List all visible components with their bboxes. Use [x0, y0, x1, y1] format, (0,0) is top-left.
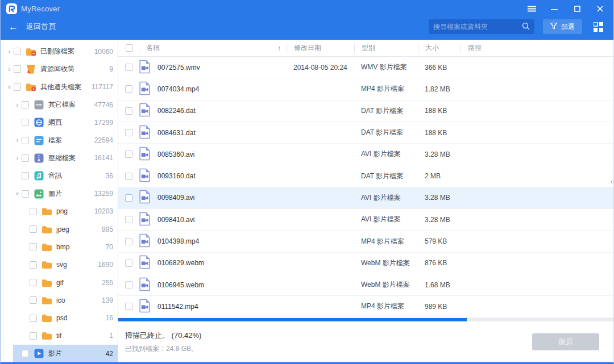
search-box[interactable] [429, 19, 534, 34]
chevron-right-icon[interactable]: › [5, 48, 14, 56]
status-bar: 掃描已終止。 (70.42%) 已找到檔案：24.8 GB。 復原 [118, 321, 613, 362]
filter-label: 篩選 [561, 22, 575, 32]
sidebar-item-其他遺失檔案[interactable]: ∨其他遺失檔案117117 [5, 78, 118, 96]
table-row[interactable]: 0072575.wmv2014-08-05 20:24WMV 影片檔案366 K… [118, 57, 613, 78]
maximize-icon[interactable] [572, 4, 582, 13]
video-file-icon [139, 233, 151, 249]
sidebar-item-bmp[interactable]: bmp70 [21, 238, 118, 256]
sidebar-item-其它檔案[interactable]: ›其它檔案47746 [13, 96, 118, 114]
row-checkbox[interactable] [125, 238, 132, 245]
checkbox[interactable] [14, 83, 21, 91]
sidebar-item-jpeg[interactable]: jpeg885 [21, 220, 118, 238]
column-header-date[interactable]: 修改日期 [287, 44, 354, 53]
row-checkbox[interactable] [125, 303, 132, 310]
row-checkbox[interactable] [125, 85, 132, 93]
row-checkbox[interactable] [125, 216, 132, 223]
filter-button[interactable]: 篩選 [543, 19, 582, 34]
sidebar-item-音訊[interactable]: 音訊36 [13, 167, 118, 185]
chevron-down-icon[interactable]: ∨ [5, 84, 14, 90]
table-row[interactable]: 0106829.webmWebM 影片檔案876 KB [118, 253, 613, 274]
checkbox[interactable] [30, 243, 37, 250]
sidebar-item-檔案[interactable]: ›檔案22594 [13, 131, 118, 149]
app-window: MyRecover ← 返回首頁 [0, 0, 614, 364]
sidebar-item-網頁[interactable]: 網頁17299 [13, 114, 118, 131]
sidebar-item-壓縮檔案[interactable]: ›壓縮檔案16141 [13, 149, 118, 167]
sidebar-item-圖片[interactable]: ∨圖片13259 [13, 185, 118, 202]
sort-asc-icon[interactable]: ↑ [277, 44, 281, 52]
table-row[interactable]: 0085360.aviAVI 影片檔案3.28 MB [118, 144, 613, 165]
row-checkbox[interactable] [125, 107, 132, 115]
view-grid-icon[interactable] [591, 19, 605, 34]
video-file-icon [139, 147, 151, 162]
sidebar-item-ico[interactable]: ico139 [21, 291, 118, 309]
titlebar: MyRecover [1, 0, 613, 17]
row-checkbox[interactable] [125, 194, 132, 202]
checkbox[interactable] [30, 261, 37, 269]
content: ›已刪除檔案10060›資源回收筒9∨其他遺失檔案117117›其它檔案4774… [1, 40, 613, 362]
column-header-size[interactable]: 大小 [418, 44, 460, 53]
row-checkbox[interactable] [125, 281, 132, 288]
chevron-down-icon[interactable]: ∨ [13, 191, 22, 196]
table-row[interactable]: 0098410.aviAVI 影片檔案3.28 MB [118, 209, 613, 231]
checkbox[interactable] [22, 350, 29, 357]
sidebar-item-已刪除檔案[interactable]: ›已刪除檔案10060 [5, 43, 118, 60]
search-input[interactable] [433, 23, 522, 31]
column-header-name[interactable]: 名稱 ↑ [139, 44, 287, 53]
sidebar-item-psd[interactable]: psd16 [21, 309, 118, 327]
recover-button[interactable]: 復原 [532, 333, 599, 350]
sidebar-item-tif[interactable]: tif1 [21, 327, 118, 345]
sidebar-item-資源回收筒[interactable]: ›資源回收筒9 [5, 60, 118, 78]
checkbox[interactable] [30, 279, 37, 286]
table-row[interactable]: 0093160.datDAT 影片檔案2 MB [118, 165, 613, 187]
checkbox[interactable] [30, 225, 37, 233]
checkbox[interactable] [22, 137, 29, 144]
sidebar-item-影片[interactable]: 影片42 [13, 345, 118, 362]
table-row[interactable]: 0106945.webmWebM 影片檔案1.68 MB [118, 274, 613, 296]
table-row[interactable]: 0098409.aviAVI 影片檔案3.28 MB [118, 187, 613, 209]
table-row[interactable]: 0082246.datDAT 影片檔案188 KB [118, 101, 613, 122]
sidebar-item-count: 47746 [94, 101, 113, 109]
table-row[interactable]: 0104398.mp4MP4 影片檔案579 KB [118, 231, 613, 252]
checkbox[interactable] [22, 119, 29, 126]
checkbox[interactable] [22, 101, 29, 108]
table-row[interactable]: 0084631.datDAT 影片檔案188 KB [118, 122, 613, 144]
checkbox[interactable] [14, 65, 21, 73]
column-header-path[interactable]: 路徑 [460, 44, 613, 53]
checkbox[interactable] [22, 154, 29, 162]
sidebar-item-svg[interactable]: svg1690 [21, 256, 118, 274]
sidebar-item-png[interactable]: png10203 [21, 203, 118, 220]
row-checkbox[interactable] [125, 150, 132, 158]
app-logo-icon [6, 3, 17, 14]
minimize-icon[interactable] [550, 4, 559, 13]
table-row[interactable]: 0111542.mp4MP4 影片檔案989 KB [118, 296, 613, 317]
chevron-right-icon[interactable]: › [5, 65, 14, 73]
file-name: 0085360.avi [157, 150, 194, 158]
column-header-type[interactable]: 型別 [354, 44, 418, 53]
chevron-right-icon[interactable]: › [13, 136, 22, 144]
search-icon[interactable] [522, 22, 530, 32]
collapse-panel-icon[interactable]: ‹ [611, 178, 613, 185]
checkbox[interactable] [30, 315, 37, 322]
recycle-bin-icon [26, 64, 36, 74]
checkbox[interactable] [14, 48, 21, 55]
checkbox[interactable] [22, 190, 29, 198]
row-checkbox[interactable] [125, 64, 132, 71]
row-checkbox[interactable] [125, 260, 132, 267]
checkbox[interactable] [22, 172, 29, 179]
menu-icon[interactable] [527, 4, 536, 13]
checkbox[interactable] [30, 208, 37, 215]
select-all-checkbox[interactable] [118, 44, 139, 53]
close-icon[interactable] [595, 4, 604, 13]
back-button[interactable]: ← 返回首頁 [9, 22, 56, 32]
file-size: 3.28 MB [418, 194, 460, 202]
checkbox[interactable] [30, 296, 37, 304]
sidebar-item-count: 139 [102, 296, 113, 304]
chevron-right-icon[interactable]: › [13, 101, 22, 109]
row-checkbox[interactable] [125, 173, 132, 180]
table-row[interactable]: 0074034.mp4MP4 影片檔案1.82 MB [118, 78, 613, 100]
sidebar-item-gif[interactable]: gif255 [21, 274, 118, 291]
sidebar-item-label: 檔案 [48, 136, 62, 145]
row-checkbox[interactable] [125, 129, 132, 136]
checkbox[interactable] [30, 332, 37, 340]
chevron-right-icon[interactable]: › [13, 154, 22, 162]
